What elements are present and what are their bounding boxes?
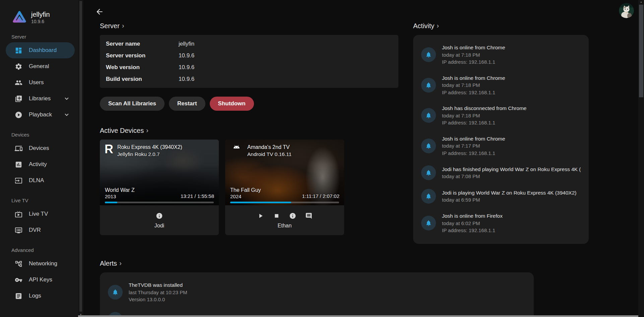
bell-icon bbox=[425, 193, 432, 200]
notification-avatar bbox=[421, 139, 436, 153]
live-tv-icon bbox=[15, 210, 22, 218]
playback-time: 13:21 / 1:55:58 bbox=[181, 193, 214, 199]
server-actions: Scan All LibrariesRestartShutdown bbox=[100, 97, 398, 111]
media-title: World War Z bbox=[105, 187, 135, 193]
list-item: Josh has disconnected from Chrometoday a… bbox=[413, 100, 589, 131]
play-button[interactable] bbox=[257, 212, 264, 219]
info-icon bbox=[289, 212, 296, 219]
sidebar-item-live-tv[interactable]: Live TV bbox=[6, 206, 75, 222]
device-app-version: Android TV 0.16.11 bbox=[247, 151, 292, 158]
sidebar-item-networking[interactable]: Networking bbox=[6, 256, 75, 272]
message-icon bbox=[305, 212, 312, 219]
sidebar-item-label: Users bbox=[29, 79, 44, 86]
notification-avatar bbox=[421, 216, 436, 230]
sidebar-item-libraries[interactable]: Libraries bbox=[6, 91, 75, 107]
scroll-up-arrow-icon[interactable]: ▲ bbox=[638, 1, 644, 3]
sidebar-item-api-keys[interactable]: API Keys bbox=[6, 272, 75, 288]
bell-icon bbox=[425, 112, 432, 119]
restart-button[interactable]: Restart bbox=[169, 97, 205, 111]
sidebar-scrollbar-thumb[interactable] bbox=[79, 1, 82, 312]
dvr-icon bbox=[15, 226, 22, 234]
server-info-value: 10.9.6 bbox=[179, 52, 194, 59]
info-button[interactable] bbox=[156, 212, 163, 219]
notification-text: Josh is online from Chrometoday at 7:17 … bbox=[442, 135, 505, 157]
device-card-the-fall-guy: Amanda's 2nd TVAndroid TV 0.16.11The Fal… bbox=[225, 140, 344, 235]
active-devices-title: Active Devices bbox=[100, 126, 144, 135]
media-info: The Fall Guy2024 bbox=[230, 187, 261, 200]
sidebar-section-label-server: Server bbox=[11, 34, 78, 40]
sidebar-item-playback[interactable]: Playback bbox=[6, 107, 75, 123]
notification-detail: IP address: 192.168.1.1 bbox=[442, 119, 526, 126]
chevron-right-icon: › bbox=[437, 21, 439, 30]
scan-all-libraries-button[interactable]: Scan All Libraries bbox=[100, 97, 165, 111]
window-vertical-scrollbar[interactable]: ▲ bbox=[638, 0, 644, 317]
message-button[interactable] bbox=[305, 212, 312, 219]
notification-detail: IP address: 192.168.1.1 bbox=[442, 227, 503, 234]
playback-progress-bar[interactable] bbox=[230, 202, 339, 203]
activity-card: Josh is online from Chrometoday at 7:18 … bbox=[413, 35, 589, 244]
server-info-row: Build version10.9.6 bbox=[106, 73, 392, 85]
bell-icon bbox=[425, 169, 432, 176]
notification-title: Josh has disconnected from Chrome bbox=[442, 105, 526, 112]
sidebar-section-label-devices: Devices bbox=[11, 132, 78, 138]
chevron-down-icon bbox=[63, 95, 70, 102]
active-devices-heading[interactable]: Active Devices › bbox=[100, 126, 398, 135]
dashboard-icon bbox=[15, 47, 22, 54]
alerts-heading[interactable]: Alerts › bbox=[100, 259, 398, 268]
notification-title: Josh is online from Chrome bbox=[442, 74, 505, 82]
notification-time: today at 6:59 PM bbox=[442, 196, 576, 204]
notification-detail: Version 13.0.0.0 bbox=[129, 296, 187, 303]
user-menu-button[interactable] bbox=[619, 3, 634, 18]
chevron-down-icon bbox=[63, 111, 70, 118]
sidebar-item-logs[interactable]: Logs bbox=[6, 288, 75, 304]
sidebar-item-activity[interactable]: Activity bbox=[6, 156, 75, 172]
sidebar-scrollbar[interactable]: ▾ bbox=[78, 0, 83, 317]
bell-icon bbox=[425, 220, 432, 226]
sidebar-item-label: Live TV bbox=[29, 211, 48, 217]
device-name: Amanda's 2nd TV bbox=[247, 144, 292, 151]
window-horizontal-scrollbar[interactable] bbox=[78, 315, 638, 317]
sidebar-item-general[interactable]: General bbox=[6, 58, 75, 74]
session-user-name: Jodi bbox=[154, 223, 164, 229]
api-keys-icon bbox=[15, 276, 22, 284]
device-header-text: Roku Express 4K (3940X2)Jellyfin Roku 2.… bbox=[117, 144, 182, 158]
sidebar-item-dlna[interactable]: DLNA bbox=[6, 172, 75, 189]
dlna-icon bbox=[15, 177, 22, 184]
playback-controls bbox=[156, 212, 163, 220]
playback-progress-bar[interactable] bbox=[105, 202, 214, 203]
device-card-footer: Jodi bbox=[100, 205, 219, 235]
sidebar-item-label: DVR bbox=[29, 227, 41, 233]
sidebar-item-users[interactable]: Users bbox=[6, 74, 75, 91]
window-vertical-scrollbar-thumb[interactable] bbox=[639, 5, 643, 97]
notification-title: TheTVDB was installed bbox=[129, 281, 187, 289]
shutdown-button[interactable]: Shutdown bbox=[210, 97, 254, 111]
notification-title: Josh is online from Chrome bbox=[442, 135, 505, 143]
activity-heading[interactable]: Activity › bbox=[413, 21, 589, 30]
notification-time: today at 7:18 PM bbox=[442, 112, 526, 119]
sidebar-item-dashboard[interactable]: Dashboard bbox=[6, 42, 75, 58]
sidebar: jellyfin 10.9.6 ServerDashboardGeneralUs… bbox=[0, 0, 78, 317]
activity-icon bbox=[15, 161, 22, 168]
sidebar-item-dvr[interactable]: DVR bbox=[6, 222, 75, 238]
notification-avatar bbox=[421, 108, 436, 123]
server-info-value: 10.9.6 bbox=[179, 64, 194, 71]
alerts-title: Alerts bbox=[100, 259, 117, 268]
server-info-label: Server name bbox=[106, 41, 179, 47]
left-column: Server › Server namejellyfinServer versi… bbox=[100, 21, 398, 317]
sidebar-item-devices[interactable]: Devices bbox=[6, 140, 75, 156]
back-button[interactable] bbox=[94, 7, 105, 17]
notification-time: today at 7:08 PM bbox=[442, 173, 581, 180]
main-content: Server › Server namejellyfinServer versi… bbox=[83, 0, 638, 317]
notification-time: today at 6:02 PM bbox=[442, 220, 503, 227]
sidebar-item-label: DLNA bbox=[29, 177, 44, 184]
server-section-heading[interactable]: Server › bbox=[100, 21, 398, 30]
notification-time: last Thursday at 10:23 PM bbox=[129, 289, 187, 296]
stop-button[interactable] bbox=[273, 212, 280, 219]
notification-title: Josh is online from Chrome bbox=[442, 44, 505, 51]
sidebar-nav: ServerDashboardGeneralUsersLibrariesPlay… bbox=[0, 34, 78, 304]
notification-detail: IP address: 192.168.1.1 bbox=[442, 150, 505, 157]
info-button[interactable] bbox=[289, 212, 296, 219]
list-item: Jodi is playing World War Z on Roku Expr… bbox=[413, 184, 589, 208]
notification-text: Josh is online from Chrometoday at 7:18 … bbox=[442, 74, 505, 96]
list-item: Josh is online from Chrometoday at 7:18 … bbox=[413, 70, 589, 101]
